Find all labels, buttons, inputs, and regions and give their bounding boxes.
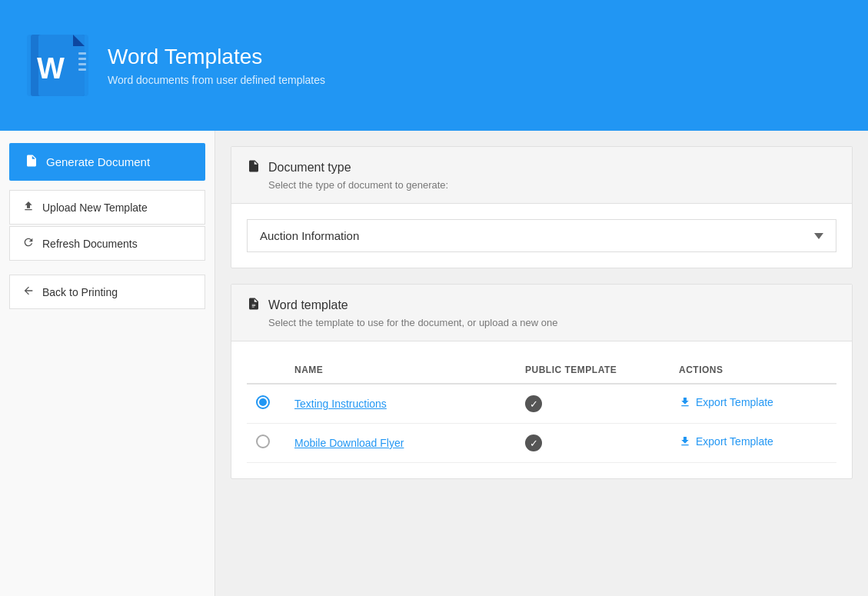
back-arrow-icon — [22, 285, 35, 299]
template-table: NAME PUBLIC TEMPLATE ACTIONS Texting Ins… — [247, 357, 836, 463]
sidebar: Generate Document Upload New Template Re… — [0, 131, 215, 596]
back-to-printing-button[interactable]: Back to Printing — [9, 275, 205, 309]
refresh-documents-button[interactable]: Refresh Documents — [9, 226, 205, 261]
refresh-documents-label: Refresh Documents — [42, 238, 138, 250]
template-name-link[interactable]: Texting Instructions — [294, 398, 387, 410]
word-template-body: NAME PUBLIC TEMPLATE ACTIONS Texting Ins… — [231, 341, 852, 478]
document-type-body: Auction Information — [231, 204, 852, 268]
document-type-title: Document type — [247, 159, 836, 176]
export-template-label: Export Template — [696, 396, 773, 408]
generate-document-button[interactable]: Generate Document — [9, 143, 205, 181]
upload-template-label: Upload New Template — [42, 201, 148, 214]
radio-button[interactable] — [256, 395, 270, 409]
th-select — [247, 357, 285, 384]
document-type-card: Document type Select the type of documen… — [231, 146, 853, 268]
generate-document-label: Generate Document — [46, 155, 150, 168]
word-icon: W — [23, 31, 92, 100]
export-template-label: Export Template — [696, 435, 773, 448]
th-actions: ACTIONS — [670, 357, 836, 384]
page-title: Word Templates — [108, 45, 325, 69]
svg-rect-7 — [78, 63, 86, 65]
document-type-value: Auction Information — [260, 229, 359, 242]
table-row: Mobile Download Flyer✓Export Template — [247, 424, 836, 463]
download-icon — [679, 435, 691, 448]
upload-template-button[interactable]: Upload New Template — [9, 190, 205, 225]
th-public: PUBLIC TEMPLATE — [516, 357, 670, 384]
download-icon — [679, 396, 691, 408]
document-type-subtitle: Select the type of document to generate: — [268, 179, 836, 191]
th-name: NAME — [285, 357, 516, 384]
export-template-button[interactable]: Export Template — [679, 435, 773, 448]
table-row: Texting Instructions✓Export Template — [247, 384, 836, 424]
page-subtitle: Word documents from user defined templat… — [108, 74, 325, 86]
layout: Generate Document Upload New Template Re… — [0, 131, 868, 596]
header-text: Word Templates Word documents from user … — [108, 45, 325, 86]
word-template-icon — [247, 297, 261, 314]
template-name-link[interactable]: Mobile Download Flyer — [294, 437, 404, 449]
svg-rect-5 — [78, 52, 86, 55]
word-template-card: Word template Select the template to use… — [231, 284, 853, 479]
dropdown-arrow-icon — [814, 233, 823, 239]
table-header-row: NAME PUBLIC TEMPLATE ACTIONS — [247, 357, 836, 384]
public-template-check: ✓ — [525, 435, 542, 451]
svg-rect-6 — [78, 58, 86, 60]
document-type-dropdown[interactable]: Auction Information — [247, 219, 836, 252]
word-template-header: Word template Select the template to use… — [231, 285, 852, 341]
svg-rect-8 — [78, 68, 86, 71]
export-template-button[interactable]: Export Template — [679, 396, 773, 408]
word-template-subtitle: Select the template to use for the docum… — [268, 317, 836, 328]
generate-icon — [25, 154, 38, 170]
back-to-printing-label: Back to Printing — [42, 286, 118, 298]
doc-icon — [247, 159, 261, 176]
header: W Word Templates Word documents from use… — [0, 0, 868, 131]
refresh-icon — [22, 236, 35, 251]
public-template-check: ✓ — [525, 395, 542, 412]
svg-text:W: W — [37, 52, 65, 85]
main-content: Document type Select the type of documen… — [215, 131, 868, 596]
radio-button[interactable] — [256, 435, 270, 448]
word-template-title: Word template — [247, 297, 836, 314]
upload-icon — [22, 200, 35, 215]
document-type-header: Document type Select the type of documen… — [231, 147, 852, 204]
